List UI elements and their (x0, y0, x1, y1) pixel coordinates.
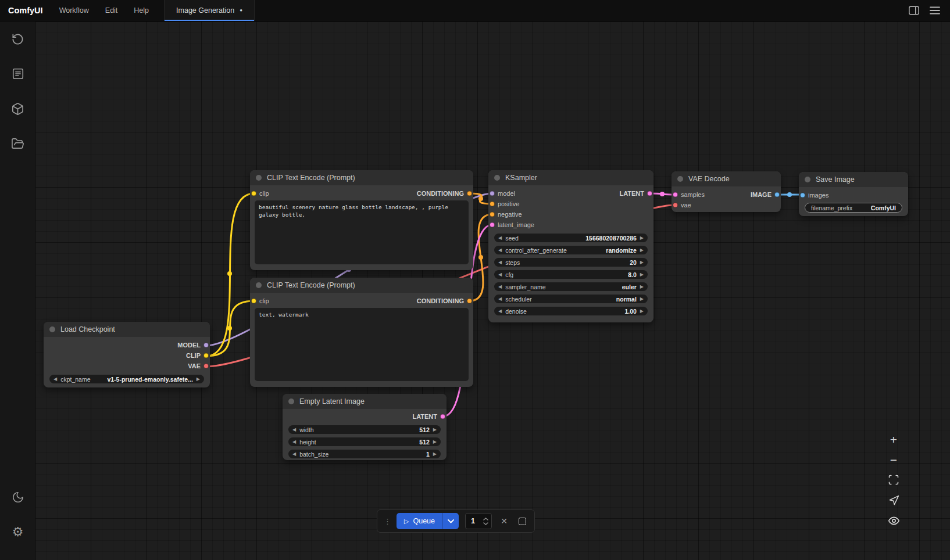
node-header[interactable]: Load Checkpoint (44, 322, 210, 337)
step-up-icon[interactable] (483, 518, 488, 520)
increment-arrow-icon[interactable]: ▶ (640, 309, 644, 314)
menu-workflow[interactable]: Workflow (51, 0, 97, 21)
widget-sampler-name[interactable]: ◀ sampler_name euler ▶ (494, 282, 648, 291)
prompt-textarea[interactable]: beautiful scenery nature glass bottle la… (255, 200, 469, 264)
toggle-visibility-eye-button[interactable] (887, 514, 900, 527)
collapse-dot-icon[interactable] (256, 175, 262, 181)
widget-filename-prefix[interactable]: filename_prefix ComfyUI (805, 203, 902, 213)
clear-queue-icon[interactable]: ✕ (498, 515, 510, 527)
collapse-dot-icon[interactable] (805, 177, 810, 182)
increment-arrow-icon[interactable]: ▶ (433, 440, 437, 444)
fit-view-button[interactable] (887, 473, 900, 486)
input-dot-negative[interactable] (490, 212, 495, 217)
input-dot-clip[interactable] (251, 299, 256, 304)
output-dot-latent[interactable] (647, 191, 652, 196)
output-dot-vae[interactable] (203, 364, 209, 369)
input-dot-latent-image[interactable] (490, 222, 495, 228)
decrement-arrow-icon[interactable]: ◀ (498, 272, 502, 277)
queue-run-button[interactable]: ▷ Queue (397, 513, 442, 529)
node-header[interactable]: KSampler (488, 170, 653, 185)
interrupt-stop-icon[interactable] (516, 515, 528, 527)
theme-moon-icon[interactable] (6, 486, 30, 509)
panel-toggle-icon[interactable] (908, 5, 920, 16)
increment-arrow-icon[interactable]: ▶ (197, 377, 200, 382)
increment-arrow-icon[interactable]: ▶ (433, 452, 437, 457)
collapse-dot-icon[interactable] (49, 326, 55, 332)
output-dot-conditioning[interactable] (467, 299, 472, 304)
menu-edit[interactable]: Edit (97, 0, 126, 21)
decrement-arrow-icon[interactable]: ◀ (292, 428, 296, 432)
input-dot-vae[interactable] (673, 203, 678, 208)
node-load-checkpoint[interactable]: Load Checkpoint MODEL CLIP VAE ◀ ckpt_na… (44, 322, 210, 387)
input-dot-images[interactable] (800, 193, 805, 198)
increment-arrow-icon[interactable]: ▶ (640, 248, 644, 253)
output-dot-image[interactable] (774, 192, 780, 198)
zoom-out-button[interactable]: − (887, 453, 900, 466)
collapse-dot-icon[interactable] (677, 176, 683, 182)
zoom-in-button[interactable]: + (887, 433, 900, 446)
node-empty-latent-image[interactable]: Empty Latent Image LATENT ◀ width 512 ▶ … (283, 394, 447, 460)
node-title: Save Image (816, 175, 855, 184)
output-dot-clip[interactable] (203, 353, 209, 358)
increment-arrow-icon[interactable]: ▶ (433, 428, 437, 432)
widget-denoise[interactable]: ◀ denoise 1.00 ▶ (494, 307, 648, 315)
node-header[interactable]: Save Image (799, 172, 908, 187)
increment-arrow-icon[interactable]: ▶ (640, 236, 644, 240)
input-dot-samples[interactable] (673, 192, 678, 198)
node-header[interactable]: CLIP Text Encode (Prompt) (250, 278, 473, 293)
input-dot-positive[interactable] (490, 202, 495, 207)
output-dot-conditioning[interactable] (467, 191, 472, 196)
drag-handle-icon[interactable]: ⋮ (384, 517, 390, 526)
output-dot-model[interactable] (203, 343, 209, 348)
queue-dropdown-button[interactable] (442, 513, 459, 529)
node-vae-decode[interactable]: VAE Decode samples IMAGE vae (672, 171, 781, 212)
tab-image-generation[interactable]: Image Generation ● (164, 0, 255, 21)
decrement-arrow-icon[interactable]: ◀ (498, 309, 502, 314)
node-clip-text-encode-positive[interactable]: CLIP Text Encode (Prompt) clip CONDITION… (250, 170, 473, 270)
widget-batch-size[interactable]: ◀ batch_size 1 ▶ (288, 450, 441, 458)
node-clip-text-encode-negative[interactable]: CLIP Text Encode (Prompt) clip CONDITION… (250, 278, 473, 387)
decrement-arrow-icon[interactable]: ◀ (498, 285, 502, 289)
batch-count-input[interactable]: 1 (465, 513, 492, 529)
increment-arrow-icon[interactable]: ▶ (640, 297, 644, 301)
increment-arrow-icon[interactable]: ▶ (640, 285, 644, 289)
collapse-dot-icon[interactable] (288, 399, 294, 404)
node-ksampler[interactable]: KSampler model LATENT positive negative … (488, 170, 653, 322)
increment-arrow-icon[interactable]: ▶ (640, 272, 644, 277)
collapse-dot-icon[interactable] (256, 282, 262, 288)
widget-ckpt-name[interactable]: ◀ ckpt_name v1-5-pruned-emaonly.safete..… (49, 375, 204, 383)
hamburger-menu-icon[interactable] (929, 5, 941, 16)
workflows-folder-icon[interactable] (6, 132, 30, 155)
input-dot-clip[interactable] (251, 191, 256, 196)
widget-scheduler[interactable]: ◀ scheduler normal ▶ (494, 295, 648, 303)
node-header[interactable]: Empty Latent Image (283, 394, 447, 409)
pan-navigation-button[interactable] (887, 494, 900, 507)
history-icon[interactable] (6, 27, 30, 51)
collapse-dot-icon[interactable] (494, 175, 500, 181)
step-down-icon[interactable] (483, 522, 488, 525)
settings-gear-icon[interactable]: ⚙ (6, 520, 30, 544)
decrement-arrow-icon[interactable]: ◀ (498, 248, 502, 253)
node-header[interactable]: CLIP Text Encode (Prompt) (250, 170, 473, 185)
prompt-textarea[interactable]: text, watermark (255, 308, 469, 381)
input-dot-model[interactable] (490, 191, 495, 196)
widget-control-after-generate[interactable]: ◀ control_after_generate randomize ▶ (494, 246, 648, 254)
node-header[interactable]: VAE Decode (672, 171, 781, 186)
node-save-image[interactable]: Save Image images filename_prefix ComfyU… (799, 172, 908, 216)
widget-steps[interactable]: ◀ steps 20 ▶ (494, 258, 648, 267)
model-library-icon[interactable] (6, 97, 30, 120)
widget-cfg[interactable]: ◀ cfg 8.0 ▶ (494, 270, 648, 279)
decrement-arrow-icon[interactable]: ◀ (53, 377, 57, 382)
output-dot-latent[interactable] (440, 414, 445, 419)
decrement-arrow-icon[interactable]: ◀ (292, 452, 296, 457)
widget-seed[interactable]: ◀ seed 156680208700286 ▶ (494, 234, 648, 242)
decrement-arrow-icon[interactable]: ◀ (498, 236, 502, 240)
decrement-arrow-icon[interactable]: ◀ (498, 297, 502, 301)
widget-height[interactable]: ◀ height 512 ▶ (288, 437, 441, 446)
increment-arrow-icon[interactable]: ▶ (640, 260, 644, 265)
queue-list-icon[interactable] (6, 62, 30, 85)
decrement-arrow-icon[interactable]: ◀ (498, 260, 502, 265)
widget-width[interactable]: ◀ width 512 ▶ (288, 425, 441, 434)
menu-help[interactable]: Help (126, 0, 157, 21)
decrement-arrow-icon[interactable]: ◀ (292, 440, 296, 444)
